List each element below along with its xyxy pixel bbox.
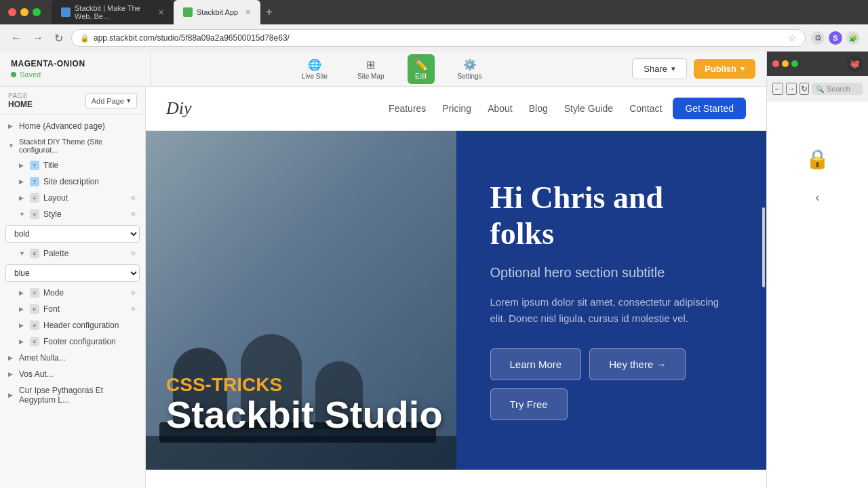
chevron-icon: ▼ [19,250,26,257]
github-back-button[interactable]: ← [772,83,783,95]
nav-link-about[interactable]: About [488,103,513,114]
tree-item-site-config[interactable]: ▼ Stackbit DIY Theme (Site configurat... [0,134,145,157]
github-toolbar: ← → ↻ 🔍 Search [767,76,868,102]
chevron-icon: ▶ [19,162,26,169]
tab-title-1: Stackbit | Make The Web, Be... [75,4,151,20]
sitemap-icon: ⊞ [366,58,375,71]
maximize-dot[interactable] [33,8,41,16]
lock-icon: 🔒 [80,34,90,43]
nav-link-style-guide[interactable]: Style Guide [564,103,613,114]
style-dropdown-container: bold normal light [5,225,140,243]
hey-there-button[interactable]: Hey there → [589,348,686,380]
browser-tab-1[interactable]: Stackbit | Make The Web, Be... ✕ [52,0,174,24]
field-icon: T [30,161,39,170]
extensions-icon[interactable]: ⚙ [811,31,825,45]
github-refresh-button[interactable]: ↻ [800,83,809,95]
tree-item-footer-config[interactable]: ▶ ≡ Footer configuration [0,333,145,350]
github-close-dot[interactable] [772,60,779,67]
site-map-button[interactable]: ⊞ Site Map [351,54,391,84]
group-icon: ≡ [30,288,39,298]
hero-photo-bg [146,131,456,470]
chevron-icon: ▶ [8,354,15,361]
github-forward-button[interactable]: → [786,83,797,95]
palette-dropdown-container: blue green red purple [5,264,140,282]
chevron-left-icon[interactable]: ‹ [816,190,820,205]
tree-item-description[interactable]: ▶ T Site description [0,174,145,190]
forward-button[interactable]: → [30,30,46,45]
nav-link-blog[interactable]: Blog [529,103,548,114]
github-content: 🔒 ‹ [767,102,868,488]
live-site-button[interactable]: 🌐 Live Site [295,54,334,84]
share-button[interactable]: Share ▾ [632,58,687,79]
add-page-button[interactable]: Add Page ▾ [85,93,137,108]
github-chevron-area: ‹ [772,184,863,211]
group-icon: ≡ [30,193,39,203]
tab-close-2[interactable]: ✕ [245,8,251,17]
try-free-button[interactable]: Try Free [490,388,568,420]
browser-tab-2[interactable]: Stackbit App ✕ [174,0,260,24]
tree-item-home[interactable]: ▶ Home (Advanced page) [0,118,145,134]
github-panel: 🐙 ← → ↻ 🔍 Search 🔒 ‹ [766,52,868,488]
github-maximize-dot[interactable] [791,60,798,67]
tree-item-layout[interactable]: ▶ ≡ Layout 👁 [0,190,145,206]
field-icon: T [30,177,39,186]
saved-status: Saved [11,70,85,79]
palette-select[interactable]: blue green red purple [5,264,140,282]
tree-item-cur[interactable]: ▶ Cur Ipse Pythagoras Et Aegyptum L... [0,382,145,408]
chevron-icon: ▶ [19,289,26,296]
tree-label: Font [43,304,126,314]
close-dot[interactable] [8,8,16,16]
group-icon: ≡ [30,337,39,346]
tree-label: Layout [43,193,126,203]
tab-close-1[interactable]: ✕ [158,8,164,17]
nav-link-pricing[interactable]: Pricing [442,103,471,114]
site-map-label: Site Map [357,73,384,80]
tree-label: Home (Advanced page) [19,121,137,131]
profile-icon[interactable]: S [829,31,842,45]
tree-label: Mode [43,288,126,298]
refresh-button[interactable]: ↻ [52,30,66,46]
new-tab-button[interactable]: + [260,0,277,24]
share-chevron-icon: ▾ [671,64,675,73]
tree-item-amet[interactable]: ▶ Amet Nulla... [0,350,145,366]
nav-link-features[interactable]: Features [389,103,426,114]
bookmark-icon[interactable]: ☆ [788,33,797,43]
settings-button[interactable]: ⚙️ Settings [451,54,489,84]
back-button[interactable]: ← [8,30,24,45]
github-search-area[interactable]: 🔍 Search [812,83,863,95]
tree-item-style[interactable]: ▼ ≡ Style 👁 [0,206,145,222]
tree-item-vos[interactable]: ▶ Vos Aut... [0,366,145,382]
tree-label: Title [43,161,137,170]
extension-icon[interactable]: 🧩 [846,31,860,45]
style-select[interactable]: bold normal light [5,225,140,243]
get-started-button[interactable]: Get Started [673,98,746,119]
learn-more-button[interactable]: Learn More [490,348,582,380]
github-window-controls [772,60,798,67]
tree-item-header-config[interactable]: ▶ ≡ Header configuration [0,317,145,333]
edit-icon: ✏️ [414,58,428,71]
edit-label: Edit [415,73,427,80]
eye-icon: 👁 [130,195,137,202]
edit-mode-button[interactable]: ✏️ Edit [408,54,435,84]
hero-section: Hi Chris and folks Optional hero section… [146,131,766,470]
site-name: MAGENTA-ONION [11,59,85,68]
github-lock-area: 🔒 [772,107,863,184]
tree-item-mode[interactable]: ▶ ≡ Mode 👁 [0,285,145,301]
tree-item-title[interactable]: ▶ T Title [0,157,145,174]
eye-icon: 👁 [130,211,137,218]
publish-chevron-icon: ▾ [741,64,745,73]
address-bar[interactable]: 🔒 app.stackbit.com/studio/5f88a09a2a9650… [71,29,806,47]
scroll-indicator[interactable] [762,207,765,287]
saved-label: Saved [20,70,41,79]
globe-icon: 🌐 [308,58,321,71]
content-tree: ▶ Home (Advanced page) ▼ Stackbit DIY Th… [0,115,145,411]
tree-item-palette[interactable]: ▼ ≡ Palette 👁 [0,245,145,262]
github-minimize-dot[interactable] [782,60,789,67]
minimize-dot[interactable] [20,8,28,16]
settings-icon: ⚙️ [463,58,477,71]
publish-button[interactable]: Publish ▾ [694,59,755,79]
chevron-icon: ▶ [8,371,15,378]
tree-item-font[interactable]: ▶ F Font 👁 [0,301,145,317]
tree-label: Palette [43,249,126,258]
nav-contact-link[interactable]: Contact [629,103,662,114]
